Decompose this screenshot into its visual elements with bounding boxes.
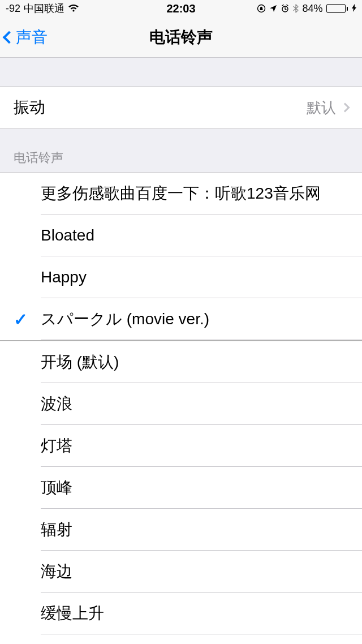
chevron-left-icon xyxy=(3,31,16,44)
alarm-icon xyxy=(281,4,290,13)
ringtone-item[interactable]: 欢乐时光 xyxy=(0,634,362,644)
carrier-name: 中国联通 xyxy=(24,2,64,15)
vibration-section: 振动 默认 xyxy=(0,86,362,129)
ringtone-label: 开场 (默认) xyxy=(41,341,348,383)
ringtone-item[interactable]: 顶峰 xyxy=(0,467,362,509)
ringtone-item[interactable]: Bloated xyxy=(0,214,362,256)
ringtone-item[interactable]: 灯塔 xyxy=(0,425,362,467)
checkmark-icon: ✓ xyxy=(14,310,28,329)
status-time: 22:03 xyxy=(166,2,195,15)
ringtone-label: 波浪 xyxy=(41,383,348,425)
ringtone-item[interactable]: Happy xyxy=(0,256,362,298)
ringtone-label: Bloated xyxy=(41,216,348,255)
ringtone-label: 更多伤感歌曲百度一下：听歌123音乐网 xyxy=(41,173,348,214)
wifi-icon xyxy=(68,5,79,12)
ringtone-label: スパークル (movie ver.) xyxy=(41,298,348,340)
bluetooth-icon xyxy=(293,4,299,13)
status-bar: -92 中国联通 22:03 84% xyxy=(0,0,362,17)
spacer xyxy=(0,58,362,86)
signal-strength: -92 xyxy=(6,3,20,15)
ringtone-label: 缓慢上升 xyxy=(41,593,348,634)
charging-icon xyxy=(352,4,356,14)
vibration-value: 默认 xyxy=(307,98,348,118)
ringtone-label: 顶峰 xyxy=(41,467,348,509)
ringtone-item[interactable]: 更多伤感歌曲百度一下：听歌123音乐网 xyxy=(0,173,362,214)
back-button[interactable]: 声音 xyxy=(0,27,48,48)
nav-bar: 声音 电话铃声 xyxy=(0,17,362,58)
ringtone-item[interactable]: 缓慢上升 xyxy=(0,593,362,634)
ringtone-item-selected[interactable]: ✓ スパークル (movie ver.) xyxy=(0,298,362,340)
ringtones-header: 电话铃声 xyxy=(0,129,362,172)
vibration-value-text: 默认 xyxy=(307,98,336,118)
vibration-row[interactable]: 振动 默认 xyxy=(0,87,362,128)
ringtone-label: 灯塔 xyxy=(41,425,348,467)
ringtone-label: 欢乐时光 xyxy=(41,634,348,644)
location-icon xyxy=(269,5,277,12)
ringtone-label: 海边 xyxy=(41,551,348,593)
back-label: 声音 xyxy=(16,27,48,48)
check-col: ✓ xyxy=(0,310,41,329)
page-title: 电话铃声 xyxy=(149,27,213,48)
ringtone-item[interactable]: 海边 xyxy=(0,551,362,593)
battery-icon xyxy=(326,4,348,13)
chevron-right-icon xyxy=(341,103,350,113)
status-right: 84% xyxy=(257,3,356,15)
status-left: -92 中国联通 xyxy=(6,2,79,15)
ringtone-item[interactable]: 开场 (默认) xyxy=(0,341,362,383)
ringtone-label: Happy xyxy=(41,258,348,297)
ringtone-label: 辐射 xyxy=(41,509,348,551)
vibration-label: 振动 xyxy=(14,97,45,118)
battery-percentage: 84% xyxy=(302,3,322,15)
ringtone-list: 更多伤感歌曲百度一下：听歌123音乐网 Bloated Happy ✓ スパーク… xyxy=(0,172,362,644)
ringtone-item[interactable]: 波浪 xyxy=(0,383,362,425)
rotation-lock-icon xyxy=(257,4,266,13)
ringtone-item[interactable]: 辐射 xyxy=(0,509,362,551)
